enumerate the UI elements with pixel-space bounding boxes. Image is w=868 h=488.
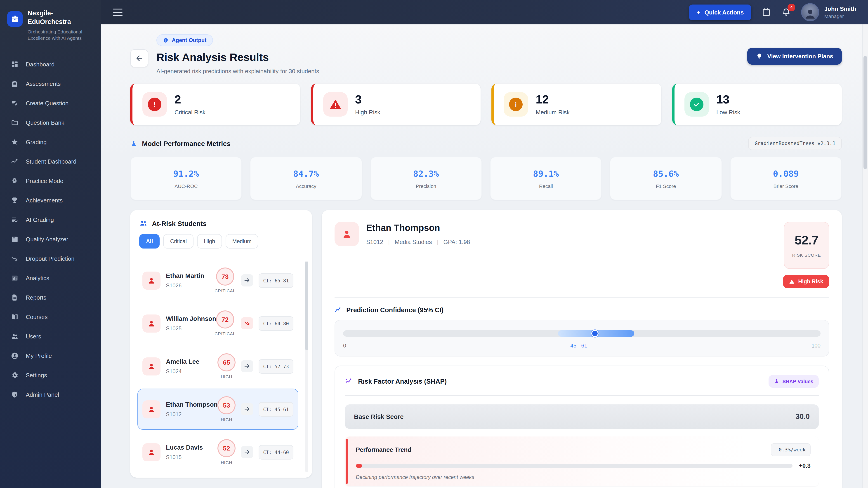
- metric-value: 0.089: [773, 168, 799, 178]
- sidebar-item-create-question[interactable]: Create Question: [4, 94, 98, 113]
- sidebar-item-assessments[interactable]: Assessments: [4, 74, 98, 94]
- student-name: Amelia Lee: [166, 358, 212, 365]
- student-row[interactable]: Amelia Lee S1024 65 HIGH CI: 57-73: [137, 346, 298, 387]
- risk-score-value: 52.7: [795, 233, 818, 248]
- user-name: John Smith: [824, 5, 856, 12]
- sidebar-item-label: Quality Analyzer: [26, 236, 68, 242]
- high-risk-badge: High Risk: [783, 275, 829, 288]
- app-logo-icon: [7, 11, 23, 27]
- student-row[interactable]: William Johnson S1025 72 CRITICAL CI: 64…: [137, 303, 298, 344]
- metric-value: 91.2%: [173, 168, 199, 178]
- prediction-confidence-title: Prediction Confidence (95% CI): [346, 306, 443, 314]
- medium-risk-card: i 12 Medium Risk: [491, 84, 661, 125]
- view-intervention-plans-label: View Intervention Plans: [767, 53, 833, 60]
- brand-block: Nexgile-EduOrchestra Orchestrating Educa…: [0, 0, 101, 49]
- trending-down-icon: [10, 254, 19, 263]
- back-button[interactable]: [130, 49, 148, 67]
- notification-count-badge: 4: [787, 4, 795, 11]
- sidebar-item-achievements[interactable]: Achievements: [4, 191, 98, 210]
- metric-value: 85.6%: [653, 168, 679, 178]
- students-list-scrollbar[interactable]: [305, 261, 308, 472]
- risk-score-ring: 72: [216, 311, 234, 328]
- gear-icon: [10, 371, 19, 380]
- filter-chip-critical[interactable]: Critical: [163, 234, 193, 249]
- app-window: Nexgile-EduOrchestra Orchestrating Educa…: [0, 0, 868, 488]
- notifications-bell-icon[interactable]: 4: [781, 7, 791, 17]
- sidebar-item-dropout-prediction[interactable]: Dropout Prediction: [4, 249, 98, 268]
- risk-score-ring: 73: [216, 267, 234, 286]
- sidebar-item-courses[interactable]: Courses: [4, 307, 98, 327]
- flask-icon: [774, 379, 779, 384]
- student-avatar: [143, 314, 160, 332]
- view-intervention-plans-button[interactable]: View Intervention Plans: [747, 48, 842, 65]
- risk-score-label: RISK SCORE: [792, 253, 821, 258]
- sidebar-item-admin-panel[interactable]: Admin Panel: [4, 385, 98, 404]
- sidebar-item-student-dashboard[interactable]: Student Dashboard: [4, 152, 98, 171]
- confidence-interval-badge: CI: 64-80: [258, 316, 293, 330]
- detail-student-meta: S1012 | Media Studies | GPA: 1.98: [366, 238, 470, 246]
- page-scrollbar-thumb[interactable]: [864, 56, 867, 169]
- risk-summary-row: ! 2 Critical Risk 3 High Risk: [130, 84, 842, 125]
- app-title: Nexgile-EduOrchestra: [28, 9, 95, 26]
- quick-actions-button[interactable]: + Quick Actions: [689, 4, 751, 20]
- scrollbar-thumb[interactable]: [305, 262, 308, 350]
- plus-icon: +: [696, 8, 701, 16]
- low-risk-count: 13: [716, 93, 740, 105]
- book-icon: [10, 313, 19, 322]
- user-menu[interactable]: John Smith Manager: [801, 3, 856, 21]
- filter-chip-medium[interactable]: Medium: [225, 234, 258, 249]
- sidebar-item-label: Student Dashboard: [26, 158, 76, 165]
- confidence-interval-badge: CI: 45-61: [258, 402, 293, 416]
- sidebar-item-question-bank[interactable]: Question Bank: [4, 113, 98, 132]
- student-id: S1025: [166, 325, 209, 332]
- sidebar-item-dashboard[interactable]: Dashboard: [4, 55, 98, 74]
- student-name: William Johnson: [166, 315, 209, 322]
- student-name: Ethan Martin: [166, 272, 209, 279]
- sidebar-item-label: Dropout Prediction: [26, 255, 74, 262]
- confidence-slider-track[interactable]: [343, 330, 820, 337]
- folder-icon: [10, 118, 19, 127]
- shap-analysis-box: Risk Factor Analysis (SHAP) SHAP Values …: [335, 365, 829, 488]
- student-row-selected[interactable]: Ethan Thompson S1012 53 HIGH CI: 45-61: [137, 389, 298, 430]
- sidebar-item-ai-grading[interactable]: AI Grading: [4, 210, 98, 230]
- at-risk-students-title: At-Risk Students: [152, 219, 207, 227]
- calendar-icon[interactable]: [761, 7, 771, 17]
- student-row[interactable]: Ethan Martin S1026 73 CRITICAL CI: 65-81: [137, 260, 298, 301]
- low-risk-card: 13 Low Risk: [672, 84, 842, 125]
- shield-admin-icon: [10, 390, 19, 399]
- detail-avatar: [335, 222, 359, 246]
- quick-actions-label: Quick Actions: [705, 9, 744, 15]
- sidebar-item-practice-mode[interactable]: Practice Mode: [4, 171, 98, 191]
- sidebar-item-settings[interactable]: Settings: [4, 365, 98, 385]
- flask-icon: [130, 140, 137, 147]
- student-id: S1015: [166, 454, 212, 460]
- metric-value: 89.1%: [533, 168, 559, 178]
- filter-chip-all[interactable]: All: [139, 234, 160, 249]
- risk-score-ring: 53: [217, 396, 236, 414]
- sidebar-item-quality-analyzer[interactable]: Quality Analyzer: [4, 230, 98, 249]
- filter-chip-high[interactable]: High: [197, 234, 222, 249]
- sidebar-item-grading[interactable]: Grading: [4, 132, 98, 152]
- sidebar-item-my-profile[interactable]: My Profile: [4, 346, 98, 365]
- sidebar-item-label: Reports: [26, 294, 46, 301]
- shap-title: Risk Factor Analysis (SHAP): [358, 378, 447, 385]
- model-metrics-title: Model Performance Metrics: [142, 140, 230, 147]
- menu-toggle-button[interactable]: [113, 8, 123, 16]
- confidence-point-marker[interactable]: [591, 330, 598, 337]
- metric-card-accuracy: 84.7% Accuracy: [250, 157, 362, 200]
- person-circle-icon: [10, 351, 19, 360]
- student-row[interactable]: Lucas Davis S1015 52 HIGH CI: 44-60: [137, 431, 298, 473]
- risk-level-label: HIGH: [221, 417, 232, 422]
- risk-score-ring: 52: [217, 439, 236, 457]
- page-scrollbar[interactable]: [862, 24, 868, 488]
- sidebar-item-analytics[interactable]: Analytics: [4, 268, 98, 288]
- metric-card-auc-roc: 91.2% AUC-ROC: [130, 157, 242, 200]
- risk-level-label: HIGH: [221, 374, 232, 379]
- sidebar-item-label: Courses: [26, 314, 48, 320]
- medium-risk-label: Medium Risk: [536, 109, 569, 116]
- sidebar-item-users[interactable]: Users: [4, 327, 98, 346]
- model-metrics-header: Model Performance Metrics GradientBooste…: [130, 137, 842, 150]
- student-avatar: [143, 400, 160, 418]
- sidebar-item-label: Admin Panel: [26, 391, 59, 398]
- sidebar-item-reports[interactable]: Reports: [4, 288, 98, 307]
